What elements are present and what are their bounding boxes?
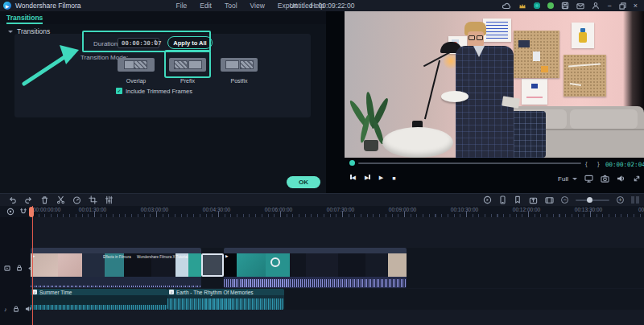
timeline-toolbar-left bbox=[8, 195, 114, 204]
ruler-label: 00:04:30:00 bbox=[203, 207, 230, 212]
mode-postfix-thumb[interactable] bbox=[221, 58, 258, 72]
menu-tool[interactable]: Tool bbox=[225, 2, 237, 10]
video-clip-2[interactable]: ▶ bbox=[224, 248, 407, 288]
chevron-down-icon bbox=[572, 178, 577, 180]
share-mail-icon[interactable] bbox=[576, 2, 584, 10]
slider-handle[interactable] bbox=[587, 197, 592, 203]
audio-clip-1[interactable]: ♪ Summer Time bbox=[31, 289, 167, 310]
menu-file[interactable]: File bbox=[176, 2, 188, 10]
clip-thumbnails bbox=[224, 253, 407, 277]
pegboard-right bbox=[564, 55, 606, 97]
marker-icon[interactable] bbox=[514, 195, 522, 204]
clip-audio-section bbox=[31, 277, 201, 288]
zoom-in-icon[interactable]: + bbox=[617, 196, 624, 204]
split-scissors-icon[interactable] bbox=[56, 195, 65, 204]
audio-clip-2[interactable]: ♪ Earth - The Rhythm Of Memories bbox=[167, 289, 284, 310]
play-button[interactable]: ▶ bbox=[379, 175, 383, 181]
cloud-icon[interactable] bbox=[502, 2, 511, 10]
bowl bbox=[441, 91, 469, 102]
wall-frame-pink bbox=[522, 79, 547, 105]
account-icon[interactable] bbox=[592, 2, 600, 10]
audio-clip-title: Summer Time bbox=[39, 290, 72, 295]
playhead-handle[interactable] bbox=[29, 207, 34, 217]
support-icon[interactable] bbox=[534, 2, 540, 9]
phone-vertical-icon[interactable] bbox=[499, 195, 506, 204]
document-title: Untitled : 00:09:22:00 bbox=[290, 2, 355, 10]
redo-icon[interactable] bbox=[24, 195, 33, 204]
robe-collar bbox=[473, 46, 485, 57]
delete-trash-icon[interactable] bbox=[40, 195, 49, 204]
mode-prefix-label: Prefix bbox=[169, 78, 206, 84]
fit-timeline-icon[interactable] bbox=[631, 196, 639, 204]
snapshot-camera-icon[interactable] bbox=[601, 175, 609, 183]
previous-frame-button[interactable]: ◀ bbox=[350, 175, 356, 181]
restore-button[interactable] bbox=[619, 2, 626, 10]
ruler-label: 00:13:30:00 bbox=[575, 207, 602, 212]
crop-icon[interactable] bbox=[89, 195, 97, 204]
mark-out-icon[interactable]: } bbox=[597, 160, 600, 167]
music-note-icon: ♪ bbox=[169, 290, 174, 294]
stop-button[interactable]: ■ bbox=[392, 175, 395, 181]
ruler-label: 00:15:00:00 bbox=[638, 207, 644, 212]
menu-edit[interactable]: Edit bbox=[200, 2, 212, 10]
timeline-toolbar-right: − + bbox=[483, 195, 639, 204]
next-frame-button[interactable]: ▶ bbox=[365, 175, 370, 181]
mode-overlap-thumb[interactable] bbox=[118, 58, 155, 72]
include-trimmed-checkbox[interactable]: ✓ bbox=[116, 88, 122, 94]
transport-controls: ◀ ▶ ▶ ■ bbox=[350, 175, 395, 181]
playhead-line[interactable] bbox=[32, 206, 33, 325]
ruler-label: 00:06:00:00 bbox=[265, 207, 292, 212]
mode-prefix-thumb[interactable] bbox=[169, 58, 206, 72]
video-track-icon bbox=[4, 265, 10, 271]
chevron-down-icon bbox=[8, 31, 13, 33]
transition-clip[interactable] bbox=[201, 253, 224, 277]
lock-icon[interactable] bbox=[16, 265, 23, 271]
detach-expand-icon[interactable] bbox=[633, 175, 641, 183]
filmora-logo-icon: ▶ bbox=[3, 2, 11, 10]
workspace: Transitions Transitions Duration: 00:00:… bbox=[0, 11, 644, 193]
video-clip-1[interactable]: ▶ Effects in Filmora Wondershare Filmora… bbox=[31, 248, 201, 288]
minimize-button[interactable]: − bbox=[607, 2, 611, 10]
timeline-zoom-slider[interactable] bbox=[576, 200, 609, 201]
speed-clock-icon[interactable] bbox=[72, 195, 81, 204]
render-preview-icon[interactable] bbox=[483, 195, 492, 204]
menu-view[interactable]: View bbox=[250, 2, 265, 10]
ruler-label: 00:12:00:00 bbox=[513, 207, 540, 212]
film-track-icon[interactable] bbox=[545, 196, 554, 204]
speaker-icon[interactable] bbox=[617, 175, 625, 183]
wall-frame-blue-print bbox=[483, 19, 511, 42]
audio-track-clips: ♪ Summer Time ♪ Earth - The Rhythm Of Me… bbox=[31, 289, 284, 310]
duration-input[interactable]: 00:00:30:07 bbox=[118, 38, 159, 48]
undo-icon[interactable] bbox=[8, 195, 17, 204]
preview-right-controls: Full bbox=[558, 175, 641, 183]
preview-zoom-select[interactable]: Full bbox=[558, 175, 577, 183]
save-icon[interactable] bbox=[561, 2, 569, 10]
thumbnail-caption: Effects in Filmora bbox=[103, 255, 131, 259]
ruler-label: 00:01:30:00 bbox=[79, 207, 106, 212]
audio-mixer-icon[interactable] bbox=[105, 195, 114, 204]
elapsed-timecode: 00:00:02:04 bbox=[605, 161, 644, 168]
timeline-ruler[interactable]: 00:00:00:00 00:01:30:00 00:03:00:00 00:0… bbox=[0, 206, 644, 217]
duration-label: Duration: bbox=[93, 40, 119, 47]
zoom-out-icon[interactable]: − bbox=[561, 196, 568, 204]
dual-monitor-icon[interactable] bbox=[584, 175, 593, 183]
glasses-icon bbox=[469, 35, 475, 40]
close-button[interactable]: × bbox=[634, 2, 638, 10]
preview-seek-handle[interactable] bbox=[349, 160, 355, 166]
clip-play-icon: ▶ bbox=[225, 254, 228, 258]
preview-seek-bar[interactable] bbox=[358, 162, 581, 164]
mark-in-icon[interactable]: { bbox=[585, 160, 588, 167]
lock-icon[interactable] bbox=[13, 306, 19, 312]
ruler-label: 00:00:00:00 bbox=[33, 207, 60, 212]
mode-postfix-label: Postfix bbox=[221, 78, 258, 84]
duration-stepper[interactable] bbox=[154, 39, 157, 45]
tab-transitions[interactable]: Transitions bbox=[6, 11, 43, 24]
upgrade-crown-icon[interactable] bbox=[518, 2, 526, 10]
ok-button[interactable]: OK bbox=[287, 176, 320, 188]
snap-magnet-icon[interactable] bbox=[19, 208, 27, 216]
apply-to-all-button[interactable]: Apply to All bbox=[167, 36, 213, 49]
clip-audio-section bbox=[224, 277, 407, 288]
timeline-area: 00:00:00:00 00:01:30:00 00:03:00:00 00:0… bbox=[0, 206, 644, 325]
export-clip-icon[interactable] bbox=[529, 195, 538, 204]
record-icon[interactable] bbox=[6, 208, 14, 216]
